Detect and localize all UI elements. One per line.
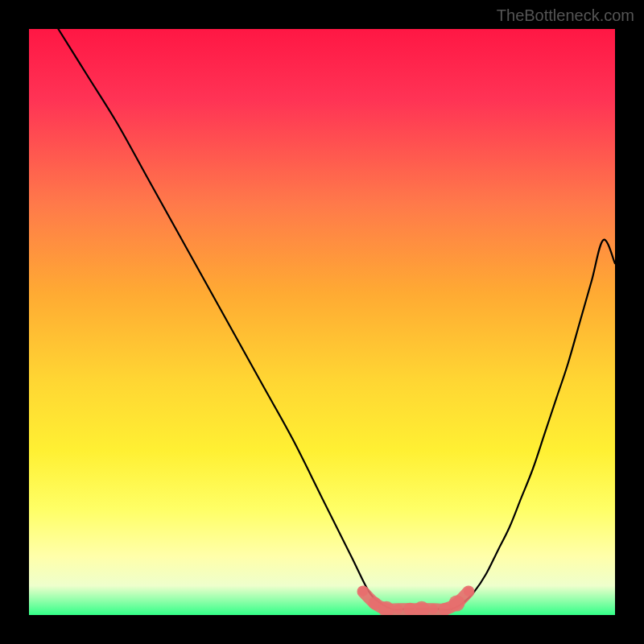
chart-svg	[29, 29, 615, 615]
watermark-text: TheBottleneck.com	[497, 6, 634, 25]
marker-blob	[358, 587, 368, 597]
chart-plot-area	[29, 29, 615, 615]
chart-container: TheBottleneck.com	[0, 0, 644, 644]
marker-blob	[428, 605, 438, 614]
marker-blob	[448, 595, 464, 611]
gradient-background	[29, 29, 615, 615]
marker-blob	[464, 587, 473, 597]
marker-blob	[394, 605, 403, 614]
